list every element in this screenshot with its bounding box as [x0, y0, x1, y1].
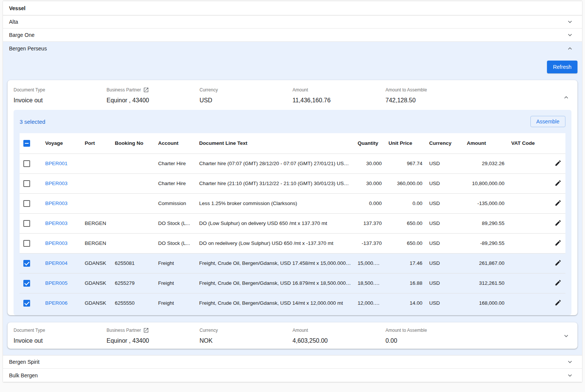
- row-checkbox[interactable]: [23, 200, 30, 207]
- field-value: USD: [200, 97, 292, 104]
- table-header-row: Voyage Port Booking No Account Document …: [20, 133, 565, 153]
- field-value: NOK: [200, 337, 292, 344]
- voyage-link[interactable]: BPER005: [45, 280, 67, 286]
- field-currency: Currency USD: [200, 87, 292, 104]
- edit-line-button[interactable]: [554, 199, 562, 208]
- assemble-button[interactable]: Assemble: [530, 116, 565, 127]
- document-line-row: BPER003BERGENDO Stock (L...DO on redeliv…: [20, 233, 565, 253]
- edit-line-button[interactable]: [554, 239, 562, 248]
- open-in-new-icon[interactable]: [143, 87, 149, 93]
- vessel-item-label: Bergen Perseus: [9, 46, 47, 52]
- field-value: Invoice out: [14, 337, 107, 344]
- cell-booking-no: 6255081: [111, 253, 154, 273]
- cell-port: [81, 193, 111, 213]
- cell-vat-code: [507, 173, 538, 193]
- voyage-link[interactable]: BPER003: [45, 201, 67, 206]
- col-header-currency: Currency: [425, 133, 463, 153]
- cell-amount: 168,000.00: [463, 293, 507, 313]
- cell-unit-price: 17.46: [385, 253, 425, 273]
- cell-unit-price: 650.00: [385, 213, 425, 233]
- cell-amount: 10,800,000.00: [463, 173, 507, 193]
- cell-amount: -135,000.00: [463, 193, 507, 213]
- cell-quantity: 137.370: [354, 213, 385, 233]
- cell-unit-price: 650.00: [385, 233, 425, 253]
- open-in-new-icon[interactable]: [143, 327, 149, 333]
- cell-vat-code: [507, 193, 538, 213]
- cell-port: BERGEN: [81, 213, 111, 233]
- voyage-link[interactable]: BPER003: [45, 240, 67, 246]
- cell-amount: 261,867.00: [463, 253, 507, 273]
- document-line-row: BPER005GDANSK6255279FreightFreight, Crud…: [20, 273, 565, 293]
- cell-booking-no: [111, 153, 154, 173]
- field-amount: Amount 11,436,160.76: [292, 87, 385, 104]
- cell-unit-price: 16.88: [385, 273, 425, 293]
- cell-port: GDANSK: [81, 293, 111, 313]
- field-amount-to-assemble: Amount to Assemble 742,128.50: [385, 87, 478, 104]
- edit-line-button[interactable]: [554, 278, 562, 288]
- cell-document-line-text: Charter hire (21:10 (GMT) 31/12/22 - 21:…: [195, 173, 354, 193]
- document-card-nok: Document Type Invoice out Business Partn…: [8, 322, 577, 349]
- edit-line-button[interactable]: [554, 179, 562, 188]
- vessel-item-label: Bergen Spirit: [9, 359, 40, 365]
- select-all-checkbox[interactable]: [23, 140, 30, 147]
- card-collapse-button[interactable]: [561, 92, 571, 104]
- cell-vat-code: [507, 253, 538, 273]
- voyage-link[interactable]: BPER003: [45, 181, 67, 186]
- col-header-document-line-text: Document Line Text: [195, 133, 354, 153]
- cell-quantity: -137.370: [354, 233, 385, 253]
- cell-booking-no: 6255550: [111, 293, 154, 313]
- cell-vat-code: [507, 153, 538, 173]
- cell-vat-code: [507, 273, 538, 293]
- edit-line-button[interactable]: [554, 159, 562, 169]
- chevron-down-icon: [566, 372, 574, 379]
- field-business-partner: Business Partner Equinor , 43400: [107, 327, 200, 344]
- cell-document-line-text: Freight, Crude Oil, Bergen/Gdansk, USD 1…: [195, 273, 354, 293]
- cell-currency: USD: [425, 213, 463, 233]
- voyage-link[interactable]: BPER003: [45, 220, 67, 226]
- col-header-vat-code: VAT Code: [507, 133, 538, 153]
- voyage-link[interactable]: BPER004: [45, 260, 67, 266]
- row-checkbox[interactable]: [23, 260, 30, 267]
- vessel-item-bulk-bergen[interactable]: Bulk Bergen: [3, 369, 582, 382]
- cell-account: DO Stock (L...: [154, 213, 195, 233]
- chevron-up-icon: [562, 94, 570, 101]
- vessel-item-bergen-spirit[interactable]: Bergen Spirit: [3, 356, 582, 369]
- voyage-link[interactable]: BPER001: [45, 161, 67, 166]
- voyage-link[interactable]: BPER006: [45, 300, 67, 306]
- vessel-item-alta[interactable]: Alta: [3, 15, 582, 29]
- vessel-item-label: Alta: [9, 19, 18, 25]
- cell-account: Charter Hire: [154, 153, 195, 173]
- document-line-row: BPER003BERGENDO Stock (L...DO (Low Sulph…: [20, 213, 565, 233]
- refresh-button[interactable]: Refresh: [547, 61, 577, 73]
- vessel-item-barge-one[interactable]: Barge One: [3, 29, 582, 42]
- cell-unit-price: 14.00: [385, 293, 425, 313]
- row-checkbox[interactable]: [23, 300, 30, 307]
- row-checkbox[interactable]: [23, 280, 30, 287]
- field-value: Equinor , 43400: [107, 337, 200, 344]
- cell-document-line-text: DO on redelivery (Low Sulphur) USD 650 /…: [195, 233, 354, 253]
- row-checkbox[interactable]: [23, 180, 30, 187]
- col-header-port: Port: [81, 133, 111, 153]
- cell-amount: -89,290.55: [463, 233, 507, 253]
- cell-port: BERGEN: [81, 233, 111, 253]
- field-document-type: Document Type Invoice out: [14, 327, 107, 344]
- field-amount-to-assemble: Amount to Assemble 0.00: [385, 327, 478, 344]
- vessel-item-bergen-perseus[interactable]: Bergen Perseus: [3, 42, 582, 55]
- card-expand-button[interactable]: [561, 331, 571, 342]
- field-value: 11,436,160.76: [292, 97, 385, 104]
- row-checkbox[interactable]: [23, 240, 30, 247]
- col-header-unit-price: Unit Price: [385, 133, 425, 153]
- cell-account: Charter Hire: [154, 173, 195, 193]
- edit-line-button[interactable]: [554, 258, 562, 268]
- field-value: 742,128.50: [385, 97, 478, 104]
- edit-line-button[interactable]: [554, 219, 562, 228]
- edit-line-button[interactable]: [554, 298, 562, 308]
- row-checkbox[interactable]: [23, 160, 30, 167]
- field-amount: Amount 4,603,250.00: [292, 327, 385, 344]
- cell-currency: USD: [425, 253, 463, 273]
- cell-currency: USD: [425, 153, 463, 173]
- cell-port: [81, 153, 111, 173]
- field-label: Business Partner: [107, 327, 200, 333]
- row-checkbox[interactable]: [23, 220, 30, 227]
- cell-booking-no: [111, 233, 154, 253]
